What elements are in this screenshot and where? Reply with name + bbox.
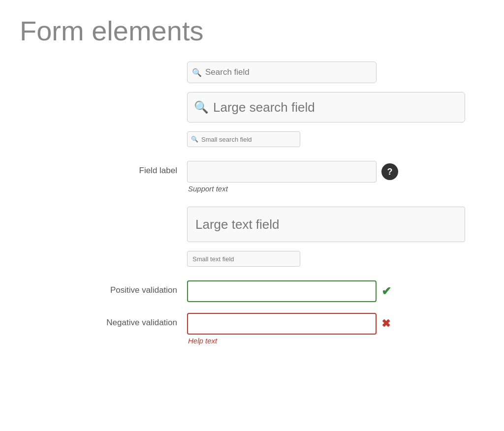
field-label: Field label [30, 161, 187, 176]
error-help-text: Help text [187, 337, 390, 345]
positive-validation-group: ✔ [187, 280, 391, 302]
small-search-field-row: 🔍 [30, 131, 484, 147]
text-input-large[interactable] [187, 207, 465, 242]
positive-validation-label: Positive validation [30, 280, 187, 295]
support-text: Support text [187, 185, 398, 193]
search-field-row: 🔍 [30, 62, 484, 83]
positive-validation-input[interactable] [187, 280, 377, 302]
search-input-large[interactable] [187, 92, 465, 123]
field-label-input[interactable] [187, 161, 377, 183]
checkmark-icon: ✔ [381, 284, 391, 298]
cross-icon: ✖ [381, 317, 390, 330]
negative-validation-group: ✖ Help text [187, 313, 390, 345]
field-label-input-group: ? Support text [187, 161, 398, 193]
help-icon[interactable]: ? [381, 163, 398, 180]
negative-validation-input[interactable] [187, 313, 377, 335]
large-search-field-row: 🔍 [30, 92, 484, 123]
search-input-normal[interactable] [187, 62, 377, 83]
negative-validation-wrapper: ✖ [187, 313, 390, 335]
text-input-small[interactable] [187, 251, 300, 267]
page-title: Form elements [20, 15, 484, 47]
large-text-field-row [30, 207, 484, 242]
small-text-field-row [30, 251, 484, 267]
positive-validation-wrapper: ✔ [187, 280, 391, 302]
field-label-input-wrapper: ? [187, 161, 398, 183]
form-container: 🔍 🔍 🔍 Field label ? Support text [20, 62, 484, 356]
negative-validation-row: Negative validation ✖ Help text [30, 313, 484, 345]
search-field-wrapper: 🔍 [187, 62, 377, 83]
search-input-small[interactable] [187, 131, 300, 147]
positive-validation-row: Positive validation ✔ [30, 280, 484, 302]
field-label-row: Field label ? Support text [30, 161, 484, 193]
negative-validation-label: Negative validation [30, 313, 187, 328]
small-search-field-wrapper: 🔍 [187, 131, 300, 147]
large-search-field-wrapper: 🔍 [187, 92, 465, 123]
